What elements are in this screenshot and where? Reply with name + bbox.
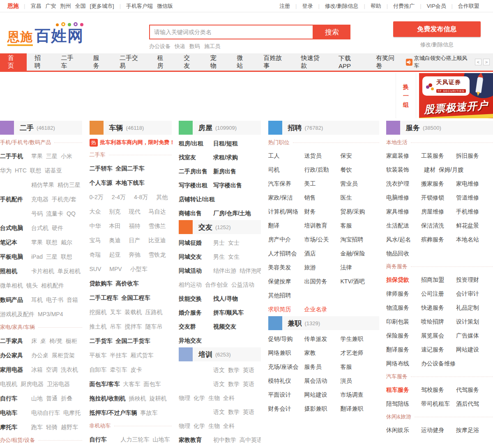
category-link[interactable]: 法律 bbox=[341, 260, 377, 274]
category-link[interactable]: 物品回收 bbox=[386, 246, 421, 260]
category-link[interactable]: 旅游 bbox=[304, 260, 341, 274]
category-link[interactable]: 电视机 bbox=[0, 381, 17, 387]
category-link[interactable]: 办公桌 bbox=[31, 352, 48, 358]
category-link[interactable]: 苹果 bbox=[31, 153, 43, 159]
category-link[interactable]: 卫浴电器 bbox=[47, 381, 70, 387]
category-link[interactable]: 求职简历 bbox=[268, 302, 304, 316]
category-link[interactable]: 数学 bbox=[228, 409, 240, 415]
category-link[interactable]: 越野车 bbox=[61, 424, 78, 430]
category-link[interactable]: 招商加盟 bbox=[421, 273, 456, 287]
nav-tab-有奖问卷[interactable]: 有奖问卷 bbox=[368, 53, 405, 71]
category-link[interactable]: 初中数学 bbox=[213, 437, 236, 443]
category-link[interactable]: 财务 bbox=[304, 204, 341, 218]
category-link[interactable]: 电动车 bbox=[0, 406, 28, 420]
category-link[interactable]: 本地名站 bbox=[456, 232, 491, 246]
category-link[interactable]: 中华 bbox=[90, 223, 101, 229]
category-link[interactable]: 日租/短租 bbox=[213, 140, 238, 147]
category-link[interactable]: 贸易/采购 bbox=[341, 204, 377, 218]
category-link[interactable]: 全科 bbox=[223, 395, 235, 401]
category-link[interactable]: 公益活动 bbox=[231, 281, 254, 288]
client-link[interactable]: 微信版 bbox=[157, 2, 173, 10]
category-link[interactable]: 计算机/网络 bbox=[268, 204, 304, 218]
topbar-link[interactable]: 登录 bbox=[302, 2, 313, 10]
category-link[interactable]: 本地下线车 bbox=[116, 179, 145, 186]
category-link[interactable]: 语文 bbox=[213, 381, 225, 387]
category-link[interactable]: 速记服务 bbox=[421, 342, 456, 356]
category-link[interactable]: QQ bbox=[67, 210, 76, 217]
category-link[interactable]: 联想 bbox=[61, 253, 72, 260]
category-link[interactable]: 相机配件 bbox=[41, 282, 64, 289]
category-link[interactable]: 起亚 bbox=[109, 251, 121, 258]
category-link[interactable]: 流量卡 bbox=[46, 210, 63, 217]
category-link[interactable]: 企业名录 bbox=[304, 302, 341, 316]
category-link[interactable]: 面包车 bbox=[143, 381, 161, 387]
refresh-ads-button[interactable]: 换一组 bbox=[396, 73, 416, 118]
category-link[interactable]: 广告媒体 bbox=[456, 329, 491, 342]
category-link[interactable]: 厢式货车 bbox=[131, 352, 154, 358]
category-link[interactable]: 电摩托 bbox=[63, 409, 81, 416]
category-link[interactable]: 出国劳务 bbox=[304, 274, 341, 288]
category-link[interactable]: 律师服务 bbox=[386, 287, 421, 301]
nav-tab-百姓故事[interactable]: 百姓故事 bbox=[256, 53, 293, 71]
category-link[interactable]: 吊车 bbox=[110, 323, 122, 330]
category-link[interactable]: iPad bbox=[31, 253, 43, 260]
category-link[interactable]: 保洁清洗 bbox=[421, 218, 456, 232]
category-link[interactable]: 翻译服务 bbox=[386, 342, 421, 356]
category-link[interactable]: 视频交友 bbox=[213, 323, 236, 330]
nav-tab-微站[interactable]: 微站 bbox=[229, 53, 256, 71]
category-link[interactable]: 镜头 bbox=[26, 282, 38, 289]
category-link[interactable]: 拼车/顺风车 bbox=[213, 309, 244, 316]
category-link[interactable]: 挖掘机 bbox=[90, 309, 107, 315]
category-link[interactable]: 相约运动 bbox=[179, 281, 202, 288]
category-link[interactable]: 空调 bbox=[46, 366, 58, 373]
nav-tab-交友[interactable]: 交友 bbox=[176, 53, 203, 71]
category-link[interactable]: 自行车 bbox=[90, 432, 117, 446]
category-link[interactable]: 别克 bbox=[109, 208, 121, 215]
category-link[interactable]: 厨房电器 bbox=[21, 381, 44, 387]
category-link[interactable]: 传单派发 bbox=[304, 332, 341, 346]
category-title[interactable]: 培训 bbox=[198, 350, 212, 359]
category-link[interactable]: 其他 bbox=[156, 194, 168, 200]
category-title[interactable]: 招聘 bbox=[288, 123, 302, 133]
category-link[interactable]: 女生 bbox=[228, 253, 240, 260]
category-link[interactable]: 找室友 bbox=[179, 150, 210, 164]
category-link[interactable]: 高价收车 bbox=[116, 280, 139, 287]
category-link[interactable]: 房屋维修 bbox=[421, 204, 456, 218]
topbar-link[interactable]: 合作联盟 bbox=[458, 2, 479, 10]
city-link[interactable]: 广安 bbox=[45, 2, 56, 10]
category-link[interactable]: 淘宝招聘 bbox=[341, 232, 377, 246]
category-link[interactable]: 4-8万 bbox=[134, 194, 148, 200]
category-link[interactable]: 冰箱 bbox=[31, 366, 43, 373]
category-link[interactable]: 平板电脑 bbox=[0, 250, 28, 264]
category-link[interactable]: 0-2万 bbox=[90, 194, 104, 200]
category-link[interactable]: 雪佛兰 bbox=[149, 223, 166, 229]
category-link[interactable]: 美工 bbox=[304, 177, 341, 191]
category-link[interactable]: 半挂车 bbox=[110, 352, 127, 358]
city-link[interactable]: 宜昌 bbox=[30, 2, 41, 10]
category-link[interactable]: 送货员 bbox=[304, 149, 341, 163]
category-link[interactable]: 自行车 bbox=[0, 391, 28, 405]
category-link[interactable]: 网络布线 bbox=[386, 356, 421, 370]
category-link[interactable]: 办公设备维修 bbox=[421, 356, 456, 370]
category-link[interactable]: 本田 bbox=[109, 223, 121, 229]
category-link[interactable]: 结伴出游 bbox=[213, 267, 236, 274]
category-link[interactable]: 洗衣护理 bbox=[386, 177, 421, 191]
category-link[interactable]: 同城征婚 bbox=[179, 236, 210, 250]
category-link[interactable]: 风水/起名 bbox=[386, 232, 421, 246]
category-link[interactable]: 印刷包装 bbox=[386, 315, 421, 329]
category-link[interactable]: 物流服务 bbox=[386, 301, 421, 315]
category-link[interactable]: 手机壳/套 bbox=[52, 196, 76, 202]
category-link[interactable]: 家具维修 bbox=[386, 204, 421, 218]
category-link[interactable]: 合作创业 bbox=[205, 281, 228, 288]
promo-ad[interactable]: 天风证券 TF SECURITIES 股票极速开户 bbox=[419, 73, 493, 118]
category-link[interactable]: 二手手机 bbox=[0, 149, 28, 163]
category-link[interactable]: 软装装饰 bbox=[386, 163, 421, 177]
category-link[interactable]: 保险服务 bbox=[386, 329, 421, 342]
category-link[interactable]: 新房出售 bbox=[213, 168, 236, 175]
prev-button[interactable]: < bbox=[475, 59, 481, 65]
category-link[interactable]: 联想 bbox=[46, 239, 58, 246]
category-link[interactable]: 平板车 bbox=[90, 352, 107, 358]
category-link[interactable]: 比亚迪 bbox=[149, 237, 166, 244]
category-link[interactable]: 家电维修 bbox=[456, 177, 491, 191]
category-link[interactable]: 学生兼职 bbox=[341, 332, 377, 346]
